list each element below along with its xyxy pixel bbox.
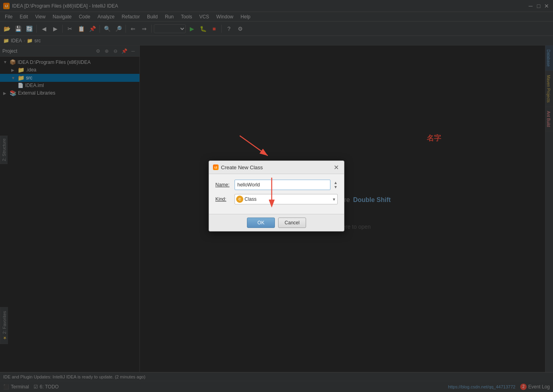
dialog-body: Name: ▲ ▼ Kind: C Class Interface: [209, 174, 344, 214]
dialog-name-row: Name: ▲ ▼: [215, 180, 338, 190]
dialog-footer: OK Cancel: [209, 214, 344, 231]
dialog-ok-button[interactable]: OK: [247, 218, 275, 228]
dialog-kind-select-wrapper: C Class Interface Enum Annotation ▼: [235, 194, 338, 204]
dialog-close-button[interactable]: ✕: [332, 163, 340, 171]
sort-buttons: ▲ ▼: [334, 181, 338, 189]
annotation-arrow-1: [236, 132, 284, 164]
kind-label-text: Kind:: [215, 196, 226, 202]
dialog-kind-select[interactable]: Class Interface Enum Annotation: [235, 194, 338, 204]
sort-up-button[interactable]: ▲: [334, 181, 338, 185]
kind-icon: C: [236, 196, 243, 203]
create-class-dialog: IJ Create New Class ✕ Name: ▲ ▼ Ki: [209, 160, 344, 232]
dialog-name-label: Name:: [215, 182, 231, 188]
dialog-kind-row: Kind: C Class Interface Enum Annotation …: [215, 194, 338, 204]
modal-overlay: IJ Create New Class ✕ Name: ▲ ▼ Ki: [0, 0, 553, 392]
dialog-cancel-button[interactable]: Cancel: [278, 218, 306, 228]
sort-down-button[interactable]: ▼: [334, 185, 338, 189]
dialog-title-text: IJ Create New Class: [213, 164, 263, 170]
name-label-text: Name:: [215, 182, 229, 188]
dialog-title-label: Create New Class: [221, 164, 263, 170]
dialog-title-bar: IJ Create New Class ✕: [209, 161, 344, 174]
dialog-logo: IJ: [213, 164, 219, 170]
dialog-name-input[interactable]: [235, 180, 330, 190]
dialog-kind-label: Kind:: [215, 196, 231, 202]
